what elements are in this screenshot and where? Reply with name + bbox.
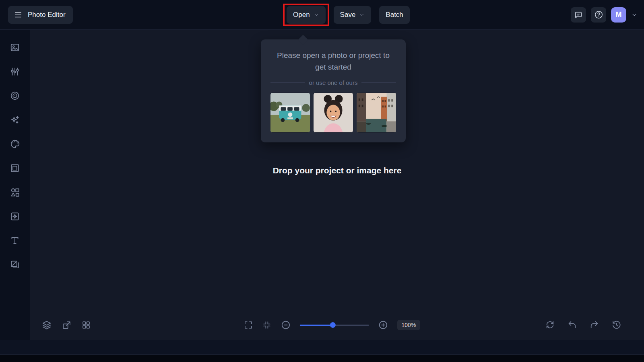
open-button[interactable]: Open bbox=[287, 6, 326, 24]
zoom-controls: 100% bbox=[243, 320, 420, 330]
drop-zone-text: Drop your project or image here bbox=[30, 166, 644, 175]
adjust-tool-icon[interactable] bbox=[0, 60, 30, 84]
zoom-out-icon[interactable] bbox=[280, 320, 291, 330]
open-hint-popup: Please open a photo or project to get st… bbox=[261, 39, 406, 142]
help-icon bbox=[594, 10, 603, 19]
top-bar: Photo Editor Open Save Batch bbox=[0, 0, 644, 30]
top-right-actions: M bbox=[571, 7, 638, 23]
bottom-toolbar: 100% bbox=[30, 314, 644, 340]
status-strip bbox=[0, 340, 644, 354]
arrange-tool-icon[interactable] bbox=[0, 253, 30, 277]
grid-icon[interactable] bbox=[81, 320, 91, 330]
canvas-area[interactable]: Please open a photo or project to get st… bbox=[30, 30, 644, 340]
zoom-slider[interactable] bbox=[299, 325, 369, 326]
account-chevron-icon[interactable] bbox=[631, 12, 638, 18]
tool-sidebar bbox=[0, 30, 30, 340]
popup-title: Please open a photo or project to get st… bbox=[270, 50, 396, 73]
crop-tool-icon[interactable] bbox=[0, 156, 30, 180]
van-sample-photo[interactable] bbox=[270, 93, 310, 133]
zoom-slider-knob[interactable] bbox=[330, 322, 336, 328]
feedback-button[interactable] bbox=[571, 7, 586, 23]
paint-tool-icon[interactable] bbox=[0, 132, 30, 156]
feedback-icon bbox=[574, 10, 583, 19]
fullscreen-icon[interactable] bbox=[243, 320, 253, 330]
main-menu-button[interactable]: Photo Editor bbox=[8, 6, 73, 24]
image-tool-icon[interactable] bbox=[0, 35, 30, 60]
zoom-slider-fill bbox=[299, 325, 333, 326]
text-tool-icon[interactable] bbox=[0, 228, 30, 253]
popup-arrow bbox=[298, 35, 308, 45]
shapes-tool-icon[interactable] bbox=[0, 180, 30, 204]
resize-icon[interactable] bbox=[62, 320, 72, 330]
avatar[interactable]: M bbox=[611, 7, 626, 23]
divider bbox=[361, 82, 396, 83]
bottom-left-tools bbox=[41, 320, 91, 330]
refresh-icon[interactable] bbox=[545, 320, 555, 330]
hamburger-menu-icon bbox=[14, 10, 23, 19]
history-icon[interactable] bbox=[611, 320, 621, 330]
save-button-label: Save bbox=[340, 11, 356, 19]
undo-icon[interactable] bbox=[567, 320, 577, 330]
app-title: Photo Editor bbox=[28, 11, 66, 19]
zoom-slider-track[interactable] bbox=[299, 325, 369, 326]
help-button[interactable] bbox=[591, 7, 606, 23]
chevron-down-icon bbox=[314, 12, 319, 18]
top-center-actions: Open Save Batch bbox=[287, 0, 410, 30]
canal-sample-photo[interactable] bbox=[357, 93, 396, 133]
history-controls bbox=[545, 320, 621, 330]
open-button-label: Open bbox=[293, 11, 310, 19]
zoom-in-icon[interactable] bbox=[378, 320, 388, 330]
popup-subtitle: or use one of ours bbox=[309, 79, 358, 86]
zoom-level[interactable]: 100% bbox=[397, 320, 420, 330]
redo-icon[interactable] bbox=[589, 320, 599, 330]
chevron-down-icon bbox=[359, 12, 365, 18]
sample-photos bbox=[270, 93, 396, 133]
save-button[interactable]: Save bbox=[334, 6, 372, 24]
fit-screen-icon[interactable] bbox=[262, 320, 271, 330]
batch-button-label: Batch bbox=[386, 11, 403, 19]
retouch-tool-icon[interactable] bbox=[0, 84, 30, 108]
avatar-initial: M bbox=[616, 10, 622, 19]
batch-button[interactable]: Batch bbox=[379, 6, 409, 24]
divider bbox=[270, 82, 305, 83]
popup-subtitle-row: or use one of ours bbox=[270, 79, 396, 86]
bottom-edge-strip bbox=[0, 354, 644, 362]
effects-tool-icon[interactable] bbox=[0, 108, 30, 132]
layers-icon[interactable] bbox=[41, 320, 52, 330]
filter-tool-icon[interactable] bbox=[0, 204, 30, 228]
portrait-sample-photo[interactable] bbox=[314, 93, 353, 133]
